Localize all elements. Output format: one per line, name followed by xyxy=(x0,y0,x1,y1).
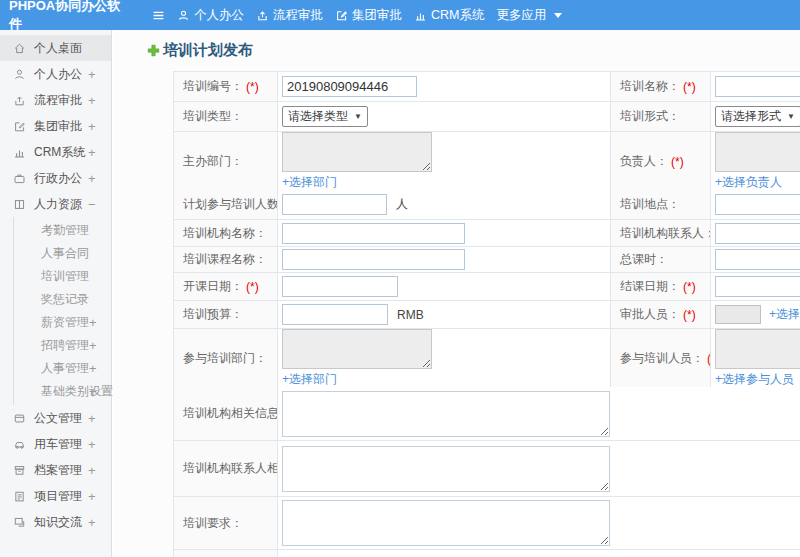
org-name-label: 培训机构名称： xyxy=(174,220,278,247)
host-department-textarea[interactable] xyxy=(282,132,432,172)
collapse-icon[interactable]: − xyxy=(88,197,96,212)
sidebar-item-documents[interactable]: 公文管理 + xyxy=(0,405,111,431)
expand-icon[interactable]: + xyxy=(89,361,97,376)
book-icon xyxy=(13,198,26,211)
end-date-input[interactable] xyxy=(715,276,800,297)
host-department-label: 主办部门： xyxy=(174,132,278,192)
chart-icon xyxy=(414,9,427,22)
org-info-textarea[interactable] xyxy=(282,391,610,437)
org-contact-input[interactable] xyxy=(715,223,800,244)
total-hours-input[interactable] xyxy=(715,249,800,270)
sidebar-subitem-attendance[interactable]: 考勤管理 xyxy=(14,219,111,242)
expand-icon[interactable]: + xyxy=(88,93,96,108)
sidebar-item-vehicles[interactable]: 用车管理 + xyxy=(0,431,111,457)
expand-icon[interactable]: + xyxy=(88,463,96,478)
menu-group-approval[interactable]: 集团审批 xyxy=(329,0,408,30)
expand-icon[interactable]: + xyxy=(88,171,96,186)
main-content: 培训计划发布 培训编号：(*) 培训名称：(*) 培训类型： 请选择类型▼ 培训… xyxy=(113,30,800,557)
document-icon xyxy=(13,412,26,425)
join-department-label: 参与培训部门： xyxy=(174,329,278,389)
org-contact-label: 培训机构联系人： xyxy=(611,220,711,247)
unit-suffix: 人 xyxy=(396,196,408,213)
expand-icon[interactable]: + xyxy=(89,338,97,353)
caret-down-icon xyxy=(554,13,562,18)
requirements-textarea[interactable] xyxy=(282,500,610,546)
expand-icon[interactable]: + xyxy=(88,119,96,134)
course-name-input[interactable] xyxy=(282,249,465,270)
clipboard-icon xyxy=(13,490,26,503)
leader-label: 负责人：(*) xyxy=(611,132,711,192)
briefcase-icon xyxy=(13,172,26,185)
hr-submenu: 考勤管理 人事合同 培训管理 奖惩记录 薪资管理+ 招聘管理+ 人事管理+ 基础… xyxy=(13,217,111,405)
sidebar-item-projects[interactable]: 项目管理 + xyxy=(0,483,111,509)
menu-personal-office[interactable]: 个人办公 xyxy=(171,0,250,30)
expand-icon[interactable]: + xyxy=(89,315,97,330)
select-participants-link[interactable]: +选择参与人员 xyxy=(715,371,794,388)
user-icon xyxy=(177,9,190,22)
budget-input[interactable] xyxy=(282,304,388,325)
end-date-label: 结课日期：(*) xyxy=(611,273,711,301)
sidebar-item-workflow-approval[interactable]: 流程审批 + xyxy=(0,87,111,113)
sidebar-nav: 个人桌面 个人办公 + 流程审批 + 集团审批 + CRM系统 + 行政办公 +… xyxy=(0,30,112,557)
training-format-select[interactable]: 请选择形式▼ xyxy=(715,106,800,127)
training-type-select[interactable]: 请选择类型▼ xyxy=(282,106,368,127)
select-arrow-icon: ▼ xyxy=(787,112,795,121)
menu-workflow-approval[interactable]: 流程审批 xyxy=(250,0,329,30)
menu-more-apps[interactable]: 更多应用 xyxy=(490,0,568,30)
expand-icon[interactable]: + xyxy=(88,515,96,530)
sidebar-subitem-rewards[interactable]: 奖惩记录 xyxy=(14,288,111,311)
sidebar-subitem-hr-contract[interactable]: 人事合同 xyxy=(14,242,111,265)
expand-icon[interactable]: + xyxy=(88,489,96,504)
archive-icon xyxy=(13,464,26,477)
select-leader-link[interactable]: +选择负责人 xyxy=(715,174,782,191)
sidebar-item-personal-office[interactable]: 个人办公 + xyxy=(0,61,111,87)
select-department-link[interactable]: +选择部门 xyxy=(282,174,337,191)
sidebar-subitem-salary[interactable]: 薪资管理+ xyxy=(14,311,111,334)
training-format-label: 培训形式： xyxy=(611,102,711,132)
sidebar-subitem-training[interactable]: 培训管理 xyxy=(14,265,111,288)
org-contact-info-textarea[interactable] xyxy=(282,446,610,492)
app-logo: PHPOA协同办公软件 xyxy=(0,0,130,33)
approver-input[interactable] xyxy=(715,305,761,324)
sidebar-subitem-personnel[interactable]: 人事管理+ xyxy=(14,357,111,380)
leader-textarea[interactable] xyxy=(715,132,800,172)
join-department-textarea[interactable] xyxy=(282,329,432,369)
sidebar-subitem-recruitment[interactable]: 招聘管理+ xyxy=(14,334,111,357)
training-number-input[interactable] xyxy=(282,76,417,97)
expand-icon[interactable]: + xyxy=(88,411,96,426)
total-hours-label: 总课时： xyxy=(611,247,711,273)
select-approver-link[interactable]: +选择审批人员 xyxy=(769,306,800,323)
planned-count-input[interactable] xyxy=(282,194,387,215)
sidebar-item-desktop[interactable]: 个人桌面 xyxy=(0,35,111,61)
edit-icon xyxy=(13,120,26,133)
hamburger-menu-icon[interactable] xyxy=(152,9,165,22)
expand-icon[interactable]: + xyxy=(88,145,96,160)
sidebar-item-hr[interactable]: 人力资源 − xyxy=(0,191,111,217)
sidebar-item-knowledge[interactable]: 知识交流 + xyxy=(0,509,111,535)
join-staff-textarea[interactable] xyxy=(715,329,800,369)
sidebar-subitem-base-category[interactable]: 基础类别设置+ xyxy=(14,380,111,403)
expand-icon[interactable]: + xyxy=(89,384,97,399)
location-label: 培训地点： xyxy=(611,190,711,220)
sidebar-item-crm[interactable]: CRM系统 + xyxy=(0,139,111,165)
start-date-input[interactable] xyxy=(282,276,398,297)
training-number-label: 培训编号：(*) xyxy=(174,72,278,102)
org-name-input[interactable] xyxy=(282,223,465,244)
sidebar-item-archives[interactable]: 档案管理 + xyxy=(0,457,111,483)
org-info-label: 培训机构相关信息： xyxy=(174,387,278,441)
expand-icon[interactable]: + xyxy=(88,67,96,82)
org-contact-info-label: 培训机构联系人相关信息： xyxy=(174,441,278,497)
training-name-input[interactable] xyxy=(715,76,800,97)
training-plan-form: 培训编号：(*) 培训名称：(*) 培训类型： 请选择类型▼ 培训形式： 请选择… xyxy=(173,71,800,557)
plus-icon xyxy=(147,44,160,57)
expand-icon[interactable]: + xyxy=(88,437,96,452)
select-join-department-link[interactable]: +选择部门 xyxy=(282,371,337,388)
location-input[interactable] xyxy=(715,194,800,215)
sidebar-item-group-approval[interactable]: 集团审批 + xyxy=(0,113,111,139)
car-icon xyxy=(13,438,26,451)
planned-count-label: 计划参与培训人数：(*) xyxy=(174,190,278,220)
sidebar-item-admin-office[interactable]: 行政办公 + xyxy=(0,165,111,191)
budget-label: 培训预算： xyxy=(174,301,278,329)
chart-icon xyxy=(13,146,26,159)
menu-crm-system[interactable]: CRM系统 xyxy=(408,0,490,30)
